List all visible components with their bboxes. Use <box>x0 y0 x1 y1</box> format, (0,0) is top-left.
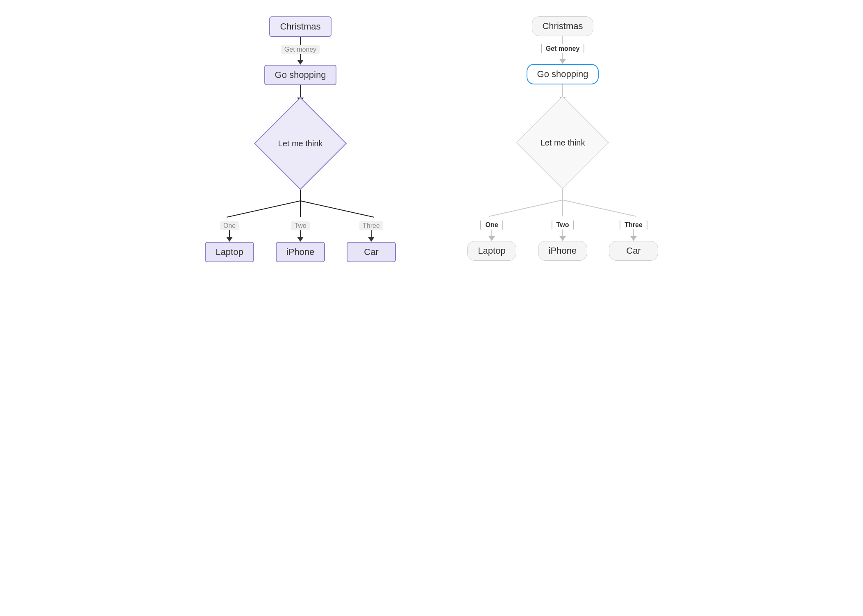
node-go-shopping-2[interactable]: Go shopping <box>527 64 599 84</box>
arrow-car-1 <box>368 237 375 242</box>
branch-car-2: Three Car <box>598 220 669 261</box>
node-go-shopping-1[interactable]: Go shopping <box>264 65 337 85</box>
svg-line-5 <box>489 200 563 216</box>
diamond-label-2: Let me think <box>541 138 585 148</box>
branch-iphone-2: Two iPhone <box>527 220 598 261</box>
connector-2a: Get money <box>541 36 585 64</box>
node-car-2[interactable]: Car <box>609 241 658 261</box>
diamond-2: Let me think <box>522 102 604 184</box>
branch-car-1: Three Car <box>336 221 407 262</box>
node-christmas-1[interactable]: Christmas <box>269 16 331 37</box>
svg-line-7 <box>563 200 636 216</box>
diagram-1: Christmas Get money Go shopping Let me t… <box>194 16 407 262</box>
branches-row-2: One Laptop Two iPhone Three <box>459 220 666 261</box>
diagram-2: Christmas Get money Go shopping Let me t… <box>456 16 669 261</box>
svg-line-1 <box>227 201 300 217</box>
node-iphone-2[interactable]: iPhone <box>538 241 587 261</box>
arrow-1a <box>297 60 304 65</box>
node-laptop-2[interactable]: Laptop <box>467 241 516 261</box>
edge-get-money-1: Get money <box>281 45 320 54</box>
branches-row-1: One Laptop Two iPhone Three <box>197 221 404 262</box>
edge-three-1: Three <box>359 221 383 230</box>
branch-laptop-2: One Laptop <box>456 220 527 261</box>
diagrams-container: Christmas Get money Go shopping Let me t… <box>194 16 669 262</box>
branch-lines-1 <box>194 184 407 221</box>
svg-line-3 <box>300 201 374 217</box>
node-car-1[interactable]: Car <box>347 242 396 262</box>
node-laptop-1[interactable]: Laptop <box>205 242 254 262</box>
connector-1a: Get money <box>281 37 320 65</box>
arrow-iphone-1 <box>297 237 304 242</box>
branch-laptop-1: One Laptop <box>194 221 265 262</box>
edge-get-money-2: Get money <box>541 44 585 53</box>
node-iphone-1[interactable]: iPhone <box>276 242 325 262</box>
edge-one-2: One <box>480 220 503 230</box>
arrow-2a <box>559 59 566 64</box>
edge-two-2: Two <box>552 220 574 230</box>
edge-three-2: Three <box>620 220 647 230</box>
arrow-car-2 <box>630 236 637 241</box>
diamond-label-1: Let me think <box>278 139 323 148</box>
edge-two-1: Two <box>291 221 309 230</box>
edge-one-1: One <box>220 221 239 230</box>
arrow-iphone-2 <box>559 236 566 241</box>
branch-lines-2 <box>456 184 669 220</box>
arrow-laptop-1 <box>226 237 233 242</box>
node-christmas-2[interactable]: Christmas <box>532 16 593 36</box>
diamond-1: Let me think <box>259 102 341 184</box>
branch-iphone-1: Two iPhone <box>265 221 336 262</box>
arrow-laptop-2 <box>488 236 495 241</box>
